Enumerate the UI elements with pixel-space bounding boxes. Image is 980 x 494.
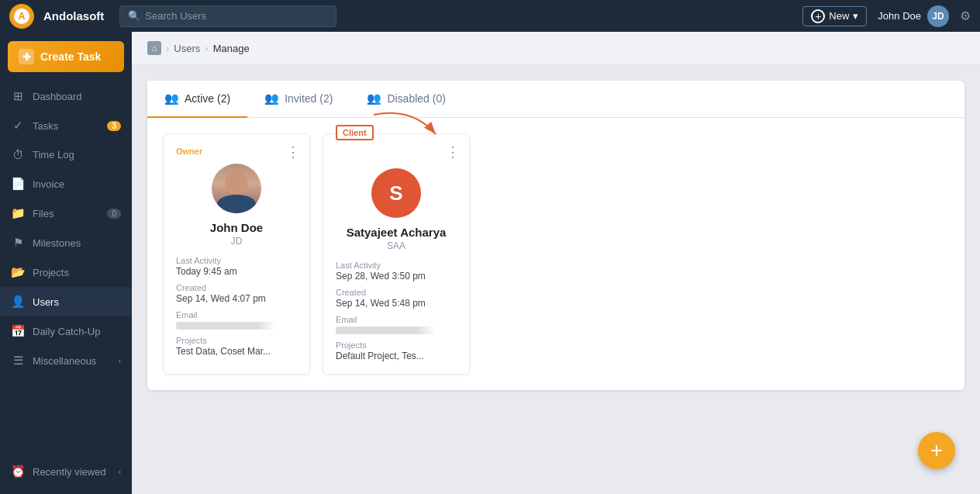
user-name-label: John Doe xyxy=(878,10,921,22)
tab-active[interactable]: 👥 Active (2) xyxy=(147,81,247,118)
sidebar-bottom: ⏰ Recently viewed ‹ xyxy=(0,457,132,494)
satyajeet-meta: Last Activity Sep 28, Wed 3:50 pm Create… xyxy=(336,261,457,361)
user-card-john-doe: Owner ⋮ John Doe JD Last Activity Today … xyxy=(163,133,310,375)
search-icon: 🔍 xyxy=(128,10,140,22)
john-doe-name: John Doe xyxy=(176,221,297,234)
active-tab-icon: 👥 xyxy=(164,92,179,105)
tab-invited-label: Invited (2) xyxy=(285,92,333,105)
users-card: 👥 Active (2) 👥 Invited (2) 👥 Disabled (0… xyxy=(147,81,964,390)
recently-viewed-icon: ⏰ xyxy=(11,465,25,478)
sidebar-item-miscellaneous[interactable]: ☰ Miscellaneous ‹ xyxy=(0,346,132,375)
search-bar[interactable]: 🔍 xyxy=(119,5,336,27)
john-doe-avatar xyxy=(212,164,261,213)
created-label-s: Created xyxy=(336,288,457,297)
satyajeet-avatar-wrap: S xyxy=(336,168,457,218)
new-button[interactable]: + New ▾ xyxy=(802,6,867,26)
client-role-spacer xyxy=(336,147,457,161)
sidebar-item-label: Time Log xyxy=(33,149,74,161)
last-activity-value: Today 9:45 am xyxy=(176,266,297,277)
sidebar-item-label: Projects xyxy=(33,267,69,278)
sidebar-item-files[interactable]: 📁 Files 0 xyxy=(0,199,132,228)
new-button-label: New xyxy=(829,10,849,22)
fab-icon: + xyxy=(930,438,943,463)
content-area: ⌂ › Users › Manage 👥 Active (2) 👥 Invite… xyxy=(132,32,980,494)
projects-value: Test Data, Coset Mar... xyxy=(176,346,297,357)
sidebar-item-label: Miscellaneous xyxy=(33,355,96,367)
breadcrumb: ⌂ › Users › Manage xyxy=(132,32,980,65)
sidebar-item-projects[interactable]: 📂 Projects xyxy=(0,257,132,287)
sidebar-item-label: Recently viewed xyxy=(33,466,106,478)
main-layout: ✚ Create Task ⊞ Dashboard ✓ Tasks 3 ⏱ Ti… xyxy=(0,32,980,494)
files-icon: 📁 xyxy=(11,206,25,220)
john-doe-meta: Last Activity Today 9:45 am Created Sep … xyxy=(176,256,297,357)
john-doe-avatar-wrap xyxy=(176,164,297,213)
last-activity-label-s: Last Activity xyxy=(336,261,457,270)
new-button-icon: + xyxy=(811,9,825,23)
invoice-icon: 📄 xyxy=(11,177,25,191)
brand-logo: A xyxy=(9,4,34,29)
daily-catchup-icon: 📅 xyxy=(11,324,25,338)
user-info: John Doe JD xyxy=(878,5,949,27)
user-card-menu-john[interactable]: ⋮ xyxy=(286,143,300,161)
dashboard-icon: ⊞ xyxy=(11,89,25,103)
create-task-icon: ✚ xyxy=(19,49,34,64)
invited-tab-icon: 👥 xyxy=(264,92,279,105)
user-card-menu-satyajeet[interactable]: ⋮ xyxy=(446,143,460,161)
projects-label-s: Projects xyxy=(336,340,457,350)
chevron-left-icon: ‹ xyxy=(119,357,121,365)
sidebar-item-label: Milestones xyxy=(33,237,81,249)
tabs: 👥 Active (2) 👥 Invited (2) 👥 Disabled (0… xyxy=(147,81,964,118)
client-tag-annotation: Client xyxy=(336,125,374,140)
sidebar-item-recently-viewed[interactable]: ⏰ Recently viewed ‹ xyxy=(0,457,132,486)
chevron-left-icon-2: ‹ xyxy=(119,468,121,476)
sidebar-item-users[interactable]: 👤 Users xyxy=(0,287,132,316)
brand-name: Andolasoft xyxy=(43,9,104,22)
sidebar-item-label: Files xyxy=(33,208,53,219)
sidebar-item-dashboard[interactable]: ⊞ Dashboard xyxy=(0,81,132,111)
owner-role-label: Owner xyxy=(176,147,297,156)
email-masked xyxy=(176,322,277,330)
search-input[interactable] xyxy=(145,10,328,22)
sidebar-item-daily-catchup[interactable]: 📅 Daily Catch-Up xyxy=(0,316,132,346)
sidebar-item-invoice[interactable]: 📄 Invoice xyxy=(0,169,132,199)
sidebar-item-label: Tasks xyxy=(33,120,58,132)
client-annotation: Client xyxy=(336,111,443,140)
create-task-label: Create Task xyxy=(40,50,101,63)
create-task-button[interactable]: ✚ Create Task xyxy=(8,41,124,72)
satyajeet-initials: SAA xyxy=(336,240,457,251)
files-badge: 0 xyxy=(107,209,121,219)
email-masked-s xyxy=(336,326,437,334)
sidebar-item-label: Invoice xyxy=(33,178,64,190)
top-navigation: A Andolasoft 🔍 + New ▾ John Doe JD ⚙ xyxy=(0,0,980,32)
gear-icon[interactable]: ⚙ xyxy=(960,9,971,23)
sidebar-nav: ⊞ Dashboard ✓ Tasks 3 ⏱ Time Log 📄 Invoi… xyxy=(0,81,132,457)
satyajeet-avatar: S xyxy=(371,168,421,218)
email-label-s: Email xyxy=(336,315,457,324)
sidebar-item-tasks[interactable]: ✓ Tasks 3 xyxy=(0,111,132,140)
sidebar-item-label: Users xyxy=(33,296,59,308)
breadcrumb-users-link[interactable]: Users xyxy=(174,43,200,54)
tab-invited[interactable]: 👥 Invited (2) xyxy=(247,81,350,118)
last-activity-label: Last Activity xyxy=(176,256,297,265)
sidebar-item-milestones[interactable]: ⚑ Milestones xyxy=(0,228,132,257)
miscellaneous-icon: ☰ xyxy=(11,354,25,368)
created-label: Created xyxy=(176,283,297,292)
created-value-s: Sep 14, Wed 5:48 pm xyxy=(336,298,457,309)
nav-right: + New ▾ John Doe JD ⚙ xyxy=(802,5,971,27)
tasks-icon: ✓ xyxy=(11,119,25,133)
breadcrumb-separator-2: › xyxy=(205,43,208,54)
sidebar-item-timelog[interactable]: ⏱ Time Log xyxy=(0,140,132,169)
home-icon[interactable]: ⌂ xyxy=(147,41,161,55)
projects-label: Projects xyxy=(176,336,297,345)
users-grid: Owner ⋮ John Doe JD Last Activity Today … xyxy=(147,118,964,390)
tasks-badge: 3 xyxy=(107,121,121,131)
last-activity-value-s: Sep 28, Wed 3:50 pm xyxy=(336,271,457,282)
fab-button[interactable]: + xyxy=(918,432,955,469)
sidebar-item-label: Dashboard xyxy=(33,91,82,102)
projects-value-s: Default Project, Tes... xyxy=(336,351,457,361)
users-panel: 👥 Active (2) 👥 Invited (2) 👥 Disabled (0… xyxy=(132,65,980,494)
tab-active-label: Active (2) xyxy=(185,92,230,105)
breadcrumb-current: Manage xyxy=(213,43,250,54)
projects-icon: 📂 xyxy=(11,265,25,279)
satyajeet-name: Satyajeet Acharya xyxy=(336,226,457,239)
